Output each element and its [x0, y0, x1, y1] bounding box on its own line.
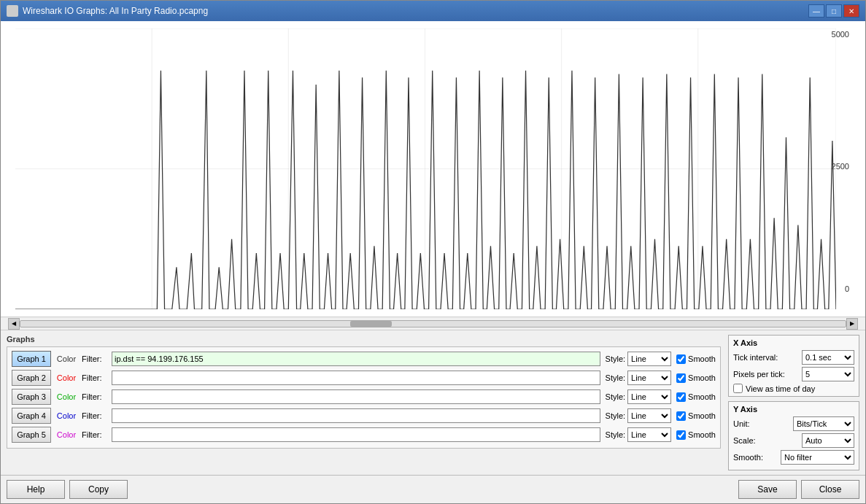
graph1-smooth-label: Smooth: [688, 354, 716, 363]
main-window: Wireshark IO Graphs: All In Party Radio.…: [0, 0, 866, 504]
graph-row-5: Graph 5 Color Filter: Style: Line Impuls…: [12, 426, 716, 443]
graph3-smooth-label: Smooth: [688, 392, 716, 401]
graph1-smooth-checkbox[interactable]: [676, 354, 686, 364]
graph3-style-select[interactable]: Line Impulse Bar Dot: [627, 389, 671, 404]
x-axis-title: X Axis: [733, 338, 854, 347]
graph1-filter-input[interactable]: [112, 352, 600, 366]
graph3-style-label: Style:: [606, 392, 626, 401]
graphs-section: Graphs Graph 1 Color Filter: Style: Line…: [7, 335, 721, 470]
titlebar: Wireshark IO Graphs: All In Party Radio.…: [1, 1, 865, 21]
graph5-filter-input[interactable]: [112, 427, 600, 442]
graph3-button[interactable]: Graph 3: [12, 389, 51, 405]
scale-row: Scale: Auto Fixed: [733, 433, 854, 448]
view-as-time-row: View as time of day: [733, 384, 854, 393]
graph2-button[interactable]: Graph 2: [12, 370, 51, 386]
x-axis-section: X Axis Tick interval: 0.1 sec 0.01 sec 1…: [728, 335, 859, 397]
graph5-button[interactable]: Graph 5: [12, 427, 51, 443]
window-controls: — □ ✕: [808, 4, 859, 18]
tick-interval-select[interactable]: 0.1 sec 0.01 sec 1 sec: [802, 350, 854, 365]
scrollbar-track[interactable]: [20, 320, 846, 327]
smooth-row: Smooth: No filter Moving average: [733, 450, 854, 465]
chart-area: 5000 2500 0 0.0s: [1, 21, 865, 317]
save-button[interactable]: Save: [738, 480, 797, 499]
scrollbar-thumb[interactable]: [350, 321, 392, 327]
tick-interval-label: Tick interval:: [733, 353, 799, 362]
graph4-style-select[interactable]: Line Impulse Bar Dot: [627, 408, 671, 423]
graph4-smooth: Smooth: [676, 411, 716, 421]
pixels-per-tick-row: Pixels per tick: 5 1 2 10: [733, 367, 854, 381]
footer-right: Save Close: [738, 480, 859, 499]
maximize-button[interactable]: □: [826, 4, 842, 18]
smooth-label: Smooth:: [733, 453, 778, 462]
horizontal-scrollbar[interactable]: ◀ ▶: [1, 317, 865, 330]
graph-row-1: Graph 1 Color Filter: Style: Line Impuls…: [12, 350, 716, 368]
main-content: 5000 2500 0 0.0s: [1, 21, 865, 503]
graph4-smooth-checkbox[interactable]: [676, 411, 686, 421]
y-axis-section: Y Axis Unit: Bits/Tick Bytes/Tick Packet…: [728, 401, 859, 470]
graph5-smooth-checkbox[interactable]: [676, 430, 686, 440]
pixels-per-tick-select[interactable]: 5 1 2 10: [802, 367, 854, 381]
graph5-smooth: Smooth: [676, 430, 716, 440]
graph3-filter-label: Filter:: [82, 392, 109, 401]
app-icon: [7, 5, 18, 17]
graph2-style-label: Style:: [606, 373, 626, 382]
tick-interval-row: Tick interval: 0.1 sec 0.01 sec 1 sec: [733, 350, 854, 365]
unit-row: Unit: Bits/Tick Bytes/Tick Packets/Tick: [733, 416, 854, 431]
graphs-label: Graphs: [7, 335, 721, 344]
graph3-filter-input[interactable]: [112, 389, 600, 404]
graph1-style-select[interactable]: Line Impulse Bar Dot: [627, 352, 671, 366]
footer-left: Help Copy: [7, 480, 128, 499]
graph1-style-label: Style:: [606, 354, 626, 363]
chart-svg: 0.0s 2.0s 4.0s 6.0s 8.0s 10.0s: [15, 28, 836, 309]
scale-select[interactable]: Auto Fixed: [802, 433, 854, 448]
graph2-color-label: Color: [53, 373, 80, 382]
graph4-color-label: Color: [53, 411, 80, 420]
smooth-select[interactable]: No filter Moving average: [781, 450, 854, 465]
close-button[interactable]: Close: [801, 480, 859, 499]
pixels-per-tick-label: Pixels per tick:: [733, 370, 799, 379]
graph1-color-label: Color: [53, 354, 80, 363]
unit-label: Unit:: [733, 419, 790, 428]
graph2-filter-input[interactable]: [112, 371, 600, 385]
bottom-panel: Graphs Graph 1 Color Filter: Style: Line…: [1, 330, 865, 475]
graph3-smooth: Smooth: [676, 392, 716, 402]
graph5-color-label: Color: [53, 430, 80, 439]
graph2-style-select[interactable]: Line Impulse Bar Dot: [627, 371, 671, 385]
unit-select[interactable]: Bits/Tick Bytes/Tick Packets/Tick: [793, 416, 854, 431]
graph-row-4: Graph 4 Color Filter: Style: Line Impuls…: [12, 407, 716, 424]
graph1-button[interactable]: Graph 1: [12, 351, 51, 367]
scroll-left[interactable]: ◀: [8, 318, 20, 330]
graph5-smooth-label: Smooth: [688, 430, 716, 439]
minimize-button[interactable]: —: [808, 4, 824, 18]
graph4-filter-input[interactable]: [112, 408, 600, 423]
footer: Help Copy Save Close: [1, 475, 865, 503]
graph4-button[interactable]: Graph 4: [12, 408, 51, 424]
graph3-smooth-checkbox[interactable]: [676, 392, 686, 402]
graph2-filter-label: Filter:: [82, 373, 109, 382]
graph1-smooth: Smooth: [676, 354, 716, 364]
graph5-style-select[interactable]: Line Impulse Bar Dot: [627, 427, 671, 442]
graph-rows-container: Graph 1 Color Filter: Style: Line Impuls…: [7, 346, 721, 449]
view-as-time-label: View as time of day: [746, 384, 815, 393]
graph5-filter-label: Filter:: [82, 430, 109, 439]
scale-label: Scale:: [733, 436, 799, 445]
graph3-color-label: Color: [53, 392, 80, 401]
copy-button[interactable]: Copy: [69, 480, 128, 499]
right-panel: X Axis Tick interval: 0.1 sec 0.01 sec 1…: [728, 335, 859, 470]
graph1-filter-label: Filter:: [82, 354, 109, 363]
graph2-smooth-label: Smooth: [688, 373, 716, 382]
y-axis-title: Y Axis: [733, 405, 854, 414]
graph4-smooth-label: Smooth: [688, 411, 716, 420]
graph-row-3: Graph 3 Color Filter: Style: Line Impuls…: [12, 388, 716, 406]
graph2-smooth: Smooth: [676, 373, 716, 383]
graph-row-2: Graph 2 Color Filter: Style: Line Impuls…: [12, 369, 716, 387]
graph5-style-label: Style:: [606, 430, 626, 439]
window-title: Wireshark IO Graphs: All In Party Radio.…: [23, 6, 808, 16]
graph2-smooth-checkbox[interactable]: [676, 373, 686, 383]
help-button[interactable]: Help: [7, 480, 65, 499]
graph4-filter-label: Filter:: [82, 411, 109, 420]
scroll-right[interactable]: ▶: [846, 318, 858, 330]
view-as-time-checkbox[interactable]: [733, 384, 743, 393]
y-label-min: 0: [845, 284, 849, 293]
close-title-button[interactable]: ✕: [843, 4, 859, 18]
